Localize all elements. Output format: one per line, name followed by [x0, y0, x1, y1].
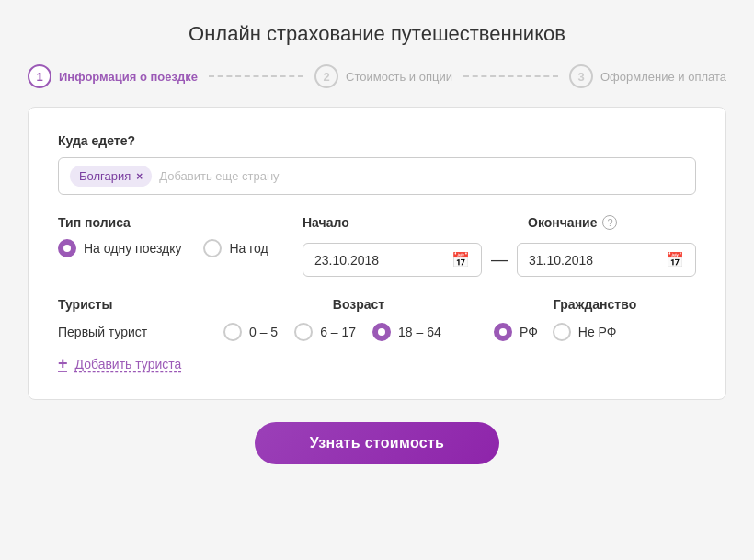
country-input[interactable]: Болгария × Добавить еще страну [58, 157, 696, 195]
add-tourist-button[interactable]: + Добавить туриста [58, 354, 696, 373]
dates-block: Начало Окончание ? 23.10.2018 📅 — 31.1 [303, 215, 696, 277]
citizenship-not-rf[interactable]: Не РФ [553, 323, 617, 341]
date-start-input[interactable]: 23.10.2018 📅 [303, 243, 482, 277]
radio-age-18-64-icon [372, 323, 391, 341]
policy-option-year[interactable]: На год [203, 239, 268, 257]
date-end-value: 31.10.2018 [529, 253, 658, 268]
tourists-col-citizenship-header: Гражданство [494, 297, 696, 312]
country-add-placeholder: Добавить еще страну [159, 169, 279, 183]
tourist-1-age-options: 0 – 5 6 – 17 18 – 64 [223, 323, 494, 341]
policy-type-block: Тип полиса На одну поездку На год [58, 215, 273, 257]
age-option-6-17[interactable]: 6 – 17 [294, 323, 356, 341]
step-3[interactable]: 3 Оформление и оплата [569, 64, 726, 88]
citizenship-not-rf-label: Не РФ [578, 325, 617, 339]
radio-citizenship-rf-icon [494, 323, 512, 341]
policy-option-single-trip[interactable]: На одну поездку [58, 239, 181, 257]
step-1[interactable]: 1 Информация о поездке [28, 64, 198, 88]
policy-option-year-label: На год [229, 241, 268, 256]
calendar-start-icon[interactable]: 📅 [451, 251, 470, 269]
date-start-value: 23.10.2018 [314, 253, 444, 268]
step-2-label: Стоимость и опции [346, 70, 452, 84]
policy-option-single-trip-label: На одну поездку [84, 241, 181, 256]
add-plus-icon: + [58, 354, 68, 373]
step-dots-2 [463, 75, 558, 77]
radio-year-icon [203, 239, 222, 257]
add-tourist-label: Добавить туриста [75, 357, 182, 371]
citizenship-rf-label: РФ [520, 325, 538, 339]
country-tag-label: Болгария [79, 169, 131, 183]
country-tag-close-icon[interactable]: × [136, 170, 143, 183]
tourist-1-name: Первый турист [58, 325, 223, 339]
tourists-col-tourists-header: Туристы [58, 297, 223, 312]
step-2[interactable]: 2 Стоимость и опции [314, 64, 452, 88]
country-section-label: Куда едете? [58, 133, 696, 148]
steps-bar: 1 Информация о поездке 2 Стоимость и опц… [28, 64, 726, 88]
calendar-end-icon[interactable]: 📅 [666, 251, 684, 269]
main-card: Куда едете? Болгария × Добавить еще стра… [28, 107, 726, 400]
step-2-circle: 2 [314, 64, 338, 88]
date-end-label: Окончание [528, 215, 597, 230]
radio-citizenship-not-rf-icon [553, 323, 571, 341]
policy-type-title: Тип полиса [58, 215, 273, 230]
age-option-18-64[interactable]: 18 – 64 [372, 323, 441, 341]
age-18-64-label: 18 – 64 [398, 325, 441, 339]
submit-button[interactable]: Узнать стоимость [255, 422, 499, 464]
step-1-circle: 1 [28, 64, 51, 88]
radio-age-6-17-icon [294, 323, 313, 341]
tourist-1-citizenship-options: РФ Не РФ [494, 323, 696, 341]
step-dots-1 [209, 75, 303, 77]
age-0-5-label: 0 – 5 [249, 325, 278, 339]
age-6-17-label: 6 – 17 [320, 325, 356, 339]
date-end-input[interactable]: 31.10.2018 📅 [517, 243, 696, 277]
step-3-label: Оформление и оплата [600, 70, 726, 84]
page-title: Онлайн страхование путешественников [188, 22, 566, 46]
end-date-help-icon[interactable]: ? [602, 215, 617, 230]
date-separator: — [491, 250, 508, 269]
dates-inputs: 23.10.2018 📅 — 31.10.2018 📅 [303, 243, 696, 277]
country-tag-bulgaria: Болгария × [70, 166, 152, 187]
tourists-section: Туристы Возраст Гражданство Первый турис… [58, 297, 696, 373]
step-1-label: Информация о поездке [59, 70, 198, 84]
age-option-0-5[interactable]: 0 – 5 [223, 323, 278, 341]
date-start-label: Начало [303, 215, 482, 230]
radio-age-0-5-icon [223, 323, 242, 341]
radio-single-trip-icon [58, 239, 76, 257]
tourists-col-age-header: Возраст [223, 297, 494, 312]
step-3-circle: 3 [569, 64, 593, 88]
table-row: Первый турист 0 – 5 6 – 17 18 – 64 [58, 323, 696, 341]
tourists-header: Туристы Возраст Гражданство [58, 297, 696, 312]
policy-type-options: На одну поездку На год [58, 239, 273, 257]
citizenship-rf[interactable]: РФ [494, 323, 538, 341]
